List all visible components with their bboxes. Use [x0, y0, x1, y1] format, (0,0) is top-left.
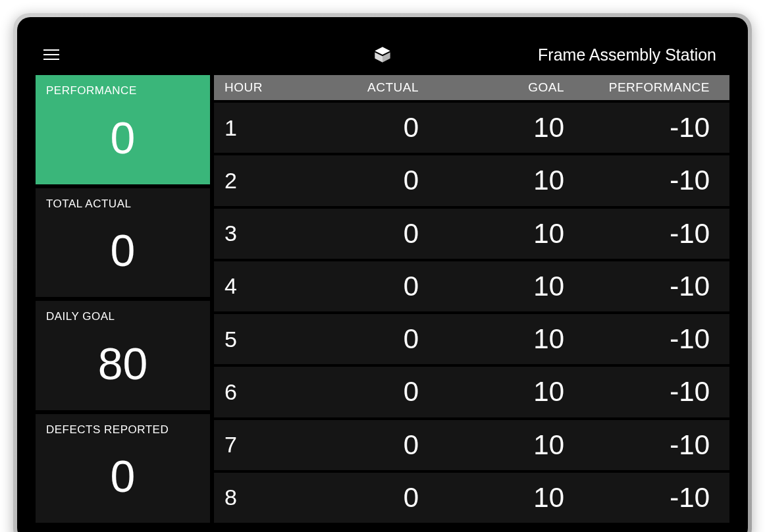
hour-cell: 7 — [214, 432, 293, 458]
performance-cell: -10 — [584, 218, 729, 250]
table-row[interactable]: 6 0 10 -10 — [214, 367, 729, 417]
total-actual-label: TOTAL ACTUAL — [46, 198, 199, 211]
table-row[interactable]: 5 0 10 -10 — [214, 314, 729, 364]
actual-cell: 0 — [293, 218, 438, 250]
performance-cell: -10 — [584, 112, 729, 144]
menu-button[interactable] — [43, 44, 65, 65]
actual-cell: 0 — [293, 376, 438, 408]
total-actual-value: 0 — [46, 211, 199, 291]
actual-cell: 0 — [293, 323, 438, 355]
actual-cell: 0 — [293, 429, 438, 461]
performance-cell: -10 — [584, 271, 729, 302]
hour-cell: 3 — [214, 221, 293, 246]
goal-header: GOAL — [438, 80, 584, 95]
hour-cell: 4 — [214, 273, 293, 299]
hour-cell: 5 — [214, 327, 293, 352]
goal-cell: 10 — [438, 165, 584, 196]
hour-cell: 2 — [214, 168, 293, 194]
hamburger-icon — [43, 54, 59, 55]
table-row[interactable]: 8 0 10 -10 — [214, 473, 729, 523]
station-title: Frame Assembly Station — [538, 45, 716, 65]
screen: Frame Assembly Station PERFORMANCE 0 TOT… — [36, 36, 729, 523]
hour-cell: 1 — [214, 115, 293, 141]
table-row[interactable]: 2 0 10 -10 — [214, 155, 729, 205]
daily-goal-value: 80 — [46, 323, 199, 404]
hour-header: HOUR — [214, 80, 293, 95]
table-row[interactable]: 7 0 10 -10 — [214, 420, 729, 470]
performance-cell: -10 — [584, 165, 729, 196]
hourly-table: HOUR ACTUAL GOAL PERFORMANCE 1 0 10 -10 — [214, 75, 729, 523]
main-content: PERFORMANCE 0 TOTAL ACTUAL 0 DAILY GOAL … — [36, 75, 729, 523]
defects-label: DEFECTS REPORTED — [46, 423, 199, 437]
actual-cell: 0 — [293, 165, 438, 196]
actual-cell: 0 — [293, 271, 438, 302]
hamburger-icon — [43, 49, 59, 51]
tablet-bezel: Frame Assembly Station PERFORMANCE 0 TOT… — [17, 17, 748, 532]
hour-cell: 6 — [214, 379, 293, 405]
performance-value: 0 — [46, 97, 199, 178]
goal-cell: 10 — [438, 376, 584, 408]
actual-cell: 0 — [293, 112, 438, 144]
performance-cell: -10 — [584, 429, 729, 461]
table-row[interactable]: 1 0 10 -10 — [214, 103, 729, 153]
daily-goal-label: DAILY GOAL — [46, 310, 199, 323]
goal-cell: 10 — [438, 482, 584, 514]
table-header-row: HOUR ACTUAL GOAL PERFORMANCE — [214, 75, 729, 100]
tablet-device-frame: Frame Assembly Station PERFORMANCE 0 TOT… — [13, 13, 752, 532]
table-body: 1 0 10 -10 2 0 10 -10 3 — [214, 103, 729, 523]
stats-sidebar: PERFORMANCE 0 TOTAL ACTUAL 0 DAILY GOAL … — [36, 75, 210, 523]
goal-cell: 10 — [438, 323, 584, 355]
actual-cell: 0 — [293, 482, 438, 514]
goal-cell: 10 — [438, 218, 584, 250]
goal-cell: 10 — [438, 429, 584, 461]
performance-cell: -10 — [584, 323, 729, 355]
performance-cell: -10 — [584, 376, 729, 408]
defects-value: 0 — [46, 437, 199, 517]
actual-header: ACTUAL — [293, 80, 438, 95]
defects-card[interactable]: DEFECTS REPORTED 0 — [36, 414, 210, 523]
app-logo-icon — [373, 45, 392, 64]
performance-header: PERFORMANCE — [584, 80, 729, 95]
daily-goal-card[interactable]: DAILY GOAL 80 — [36, 301, 210, 410]
table-row[interactable]: 3 0 10 -10 — [214, 209, 729, 259]
performance-label: PERFORMANCE — [46, 84, 199, 97]
total-actual-card[interactable]: TOTAL ACTUAL 0 — [36, 188, 210, 298]
hour-cell: 8 — [214, 485, 293, 510]
table-row[interactable]: 4 0 10 -10 — [214, 261, 729, 311]
goal-cell: 10 — [438, 112, 584, 144]
header-bar: Frame Assembly Station — [36, 36, 729, 75]
hamburger-icon — [43, 59, 59, 60]
performance-card[interactable]: PERFORMANCE 0 — [36, 75, 210, 184]
goal-cell: 10 — [438, 271, 584, 302]
performance-cell: -10 — [584, 482, 729, 514]
